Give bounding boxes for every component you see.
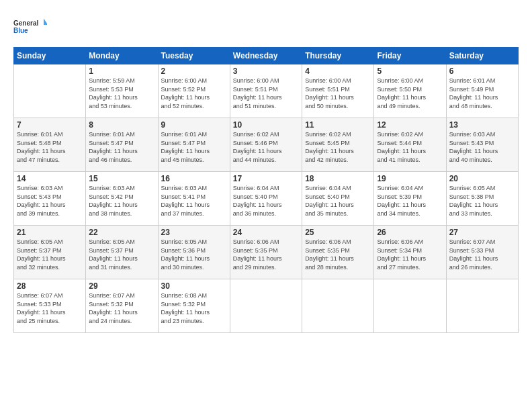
day-number: 16 [161,174,227,183]
day-info: Sunrise: 6:00 AMSunset: 5:51 PMDaylight:… [305,77,371,110]
day-info: Sunrise: 6:02 AMSunset: 5:46 PMDaylight:… [233,130,299,164]
day-info: Sunrise: 6:03 AMSunset: 5:43 PMDaylight:… [449,130,515,164]
day-info: Sunrise: 6:04 AMSunset: 5:40 PMDaylight:… [233,184,299,218]
day-cell: 3Sunrise: 6:00 AMSunset: 5:51 PMDaylight… [230,64,302,118]
day-info: Sunrise: 6:05 AMSunset: 5:36 PMDaylight:… [161,238,227,271]
day-info: Sunrise: 6:03 AMSunset: 5:43 PMDaylight:… [17,184,83,218]
day-number: 2 [161,66,227,76]
weekday-thursday: Thursday [302,48,374,64]
calendar-body: 1Sunrise: 5:59 AMSunset: 5:53 PMDaylight… [14,64,519,333]
day-cell: 23Sunrise: 6:05 AMSunset: 5:36 PMDayligh… [158,226,230,279]
day-cell: 20Sunrise: 6:05 AMSunset: 5:38 PMDayligh… [446,172,518,226]
week-row-0: 1Sunrise: 5:59 AMSunset: 5:53 PMDaylight… [14,64,519,118]
day-cell: 9Sunrise: 6:01 AMSunset: 5:47 PMDaylight… [158,118,230,172]
day-info: Sunrise: 6:00 AMSunset: 5:52 PMDaylight:… [161,77,227,110]
day-cell: 30Sunrise: 6:08 AMSunset: 5:32 PMDayligh… [158,279,230,333]
day-cell: 22Sunrise: 6:05 AMSunset: 5:37 PMDayligh… [86,226,158,279]
day-number: 24 [233,228,299,237]
weekday-wednesday: Wednesday [230,48,302,64]
day-cell: 7Sunrise: 6:01 AMSunset: 5:48 PMDaylight… [14,118,86,172]
day-cell: 25Sunrise: 6:06 AMSunset: 5:35 PMDayligh… [302,226,374,279]
day-info: Sunrise: 6:04 AMSunset: 5:39 PMDaylight:… [377,184,443,218]
svg-marker-2 [44,19,47,25]
day-cell: 24Sunrise: 6:06 AMSunset: 5:35 PMDayligh… [230,226,302,279]
day-number: 25 [305,228,371,237]
day-cell: 4Sunrise: 6:00 AMSunset: 5:51 PMDaylight… [302,64,374,118]
day-info: Sunrise: 5:59 AMSunset: 5:53 PMDaylight:… [89,77,154,110]
day-info: Sunrise: 6:05 AMSunset: 5:37 PMDaylight:… [17,238,83,271]
day-cell: 2Sunrise: 6:00 AMSunset: 5:52 PMDaylight… [158,64,230,118]
day-cell: 5Sunrise: 6:00 AMSunset: 5:50 PMDaylight… [374,64,446,118]
day-cell: 12Sunrise: 6:02 AMSunset: 5:44 PMDayligh… [374,118,446,172]
logo: General Blue [13,13,47,40]
week-row-4: 28Sunrise: 6:07 AMSunset: 5:33 PMDayligh… [14,279,519,333]
day-info: Sunrise: 6:01 AMSunset: 5:48 PMDaylight:… [17,130,83,164]
day-number: 27 [449,228,515,237]
day-cell: 17Sunrise: 6:04 AMSunset: 5:40 PMDayligh… [230,172,302,226]
day-number: 19 [377,174,443,183]
day-info: Sunrise: 6:03 AMSunset: 5:42 PMDaylight:… [89,184,154,218]
day-number: 17 [233,174,299,183]
day-cell [14,64,86,118]
day-number: 6 [449,66,515,76]
day-info: Sunrise: 6:02 AMSunset: 5:45 PMDaylight:… [305,130,371,164]
week-row-2: 14Sunrise: 6:03 AMSunset: 5:43 PMDayligh… [14,172,519,226]
day-number: 13 [449,120,515,130]
day-cell: 19Sunrise: 6:04 AMSunset: 5:39 PMDayligh… [374,172,446,226]
day-cell: 1Sunrise: 5:59 AMSunset: 5:53 PMDaylight… [86,64,158,118]
day-info: Sunrise: 6:00 AMSunset: 5:51 PMDaylight:… [233,77,299,110]
day-cell [302,279,374,333]
day-number: 8 [89,120,154,130]
calendar: SundayMondayTuesdayWednesdayThursdayFrid… [13,47,519,333]
week-row-3: 21Sunrise: 6:05 AMSunset: 5:37 PMDayligh… [14,226,519,279]
day-cell [446,279,518,333]
day-cell: 18Sunrise: 6:04 AMSunset: 5:40 PMDayligh… [302,172,374,226]
week-row-1: 7Sunrise: 6:01 AMSunset: 5:48 PMDaylight… [14,118,519,172]
day-number: 23 [161,228,227,237]
day-info: Sunrise: 6:07 AMSunset: 5:33 PMDaylight:… [17,291,83,325]
day-number: 30 [161,281,227,291]
day-cell: 15Sunrise: 6:03 AMSunset: 5:42 PMDayligh… [86,172,158,226]
day-info: Sunrise: 6:08 AMSunset: 5:32 PMDaylight:… [161,291,227,325]
day-info: Sunrise: 6:03 AMSunset: 5:41 PMDaylight:… [161,184,227,218]
day-cell: 27Sunrise: 6:07 AMSunset: 5:33 PMDayligh… [446,226,518,279]
day-cell: 29Sunrise: 6:07 AMSunset: 5:32 PMDayligh… [86,279,158,333]
weekday-sunday: Sunday [14,48,86,64]
day-info: Sunrise: 6:02 AMSunset: 5:44 PMDaylight:… [377,130,443,164]
calendar-header: SundayMondayTuesdayWednesdayThursdayFrid… [14,48,519,64]
day-number: 11 [305,120,371,130]
day-cell: 13Sunrise: 6:03 AMSunset: 5:43 PMDayligh… [446,118,518,172]
day-number: 12 [377,120,443,130]
weekday-friday: Friday [374,48,446,64]
day-number: 26 [377,228,443,237]
day-number: 1 [89,66,154,76]
day-number: 22 [89,228,154,237]
day-info: Sunrise: 6:00 AMSunset: 5:50 PMDaylight:… [377,77,443,110]
day-cell: 10Sunrise: 6:02 AMSunset: 5:46 PMDayligh… [230,118,302,172]
day-info: Sunrise: 6:05 AMSunset: 5:37 PMDaylight:… [89,238,154,271]
weekday-tuesday: Tuesday [158,48,230,64]
day-info: Sunrise: 6:05 AMSunset: 5:38 PMDaylight:… [449,184,515,218]
day-number: 9 [161,120,227,130]
day-number: 4 [305,66,371,76]
day-number: 21 [17,228,83,237]
day-cell: 21Sunrise: 6:05 AMSunset: 5:37 PMDayligh… [14,226,86,279]
day-cell: 28Sunrise: 6:07 AMSunset: 5:33 PMDayligh… [14,279,86,333]
day-number: 10 [233,120,299,130]
day-info: Sunrise: 6:06 AMSunset: 5:35 PMDaylight:… [305,238,371,271]
day-info: Sunrise: 6:04 AMSunset: 5:40 PMDaylight:… [305,184,371,218]
day-number: 18 [305,174,371,183]
day-number: 29 [89,281,154,291]
day-info: Sunrise: 6:01 AMSunset: 5:47 PMDaylight:… [161,130,227,164]
day-info: Sunrise: 6:01 AMSunset: 5:47 PMDaylight:… [89,130,154,164]
day-number: 3 [233,66,299,76]
day-cell: 8Sunrise: 6:01 AMSunset: 5:47 PMDaylight… [86,118,158,172]
day-info: Sunrise: 6:07 AMSunset: 5:33 PMDaylight:… [449,238,515,271]
weekday-row: SundayMondayTuesdayWednesdayThursdayFrid… [14,48,519,64]
weekday-saturday: Saturday [446,48,518,64]
day-info: Sunrise: 6:06 AMSunset: 5:34 PMDaylight:… [377,238,443,271]
day-number: 28 [17,281,83,291]
svg-text:General: General [13,19,38,27]
day-info: Sunrise: 6:06 AMSunset: 5:35 PMDaylight:… [233,238,299,271]
day-cell [374,279,446,333]
